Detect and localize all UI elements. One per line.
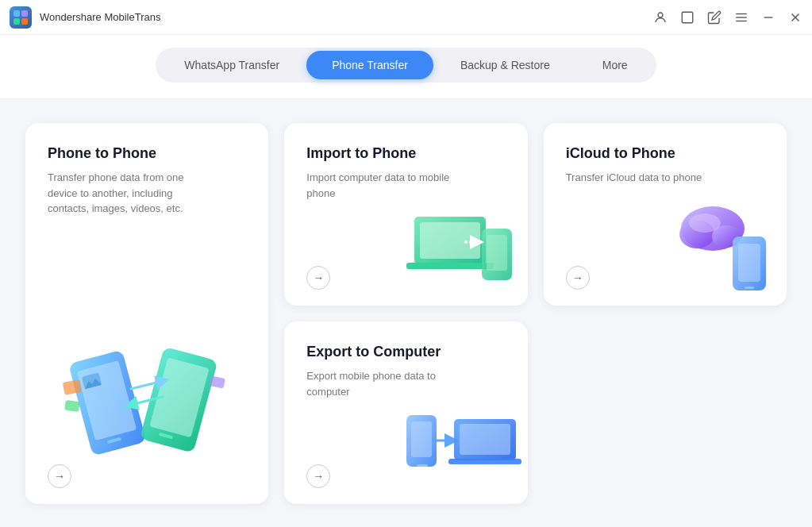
import-illustration — [402, 193, 521, 299]
user-icon[interactable] — [653, 10, 668, 25]
svg-rect-5 — [682, 12, 693, 23]
export-illustration — [402, 399, 521, 498]
card-icloud-to-phone[interactable]: iCloud to Phone Transfer iCloud data to … — [544, 123, 787, 306]
tab-whatsapp[interactable]: WhatsApp Transfer — [159, 51, 305, 79]
card-icloud-title: iCloud to Phone — [566, 145, 764, 162]
titlebar: Wondershare MobileTrans — [0, 0, 812, 35]
svg-rect-38 — [417, 464, 428, 467]
icloud-illustration — [669, 193, 780, 299]
svg-rect-37 — [411, 421, 432, 457]
tab-more[interactable]: More — [577, 51, 653, 79]
tab-backup[interactable]: Backup & Restore — [435, 51, 575, 79]
nav-bar: WhatsApp Transfer Phone Transfer Backup … — [0, 35, 812, 99]
card-phone-to-phone-title: Phone to Phone — [48, 145, 246, 162]
svg-marker-32 — [708, 259, 718, 266]
svg-rect-1 — [21, 10, 28, 17]
phone-to-phone-svg — [56, 314, 238, 460]
svg-rect-35 — [745, 287, 754, 289]
svg-point-4 — [658, 13, 663, 17]
card-phone-to-phone-desc: Transfer phone data from one device to a… — [48, 170, 190, 217]
svg-rect-27 — [487, 235, 507, 271]
svg-rect-34 — [738, 244, 760, 282]
tab-phone[interactable]: Phone Transfer — [306, 51, 433, 79]
minimize-icon[interactable] — [761, 10, 775, 25]
main-content: Phone to Phone Transfer phone data from … — [0, 99, 812, 527]
titlebar-controls — [653, 10, 802, 25]
svg-rect-0 — [13, 10, 20, 17]
edit-icon[interactable] — [707, 10, 722, 25]
close-icon[interactable] — [788, 10, 802, 25]
card-export-arrow[interactable]: → — [306, 464, 330, 488]
svg-rect-40 — [460, 424, 510, 455]
card-export-to-computer[interactable]: Export to Computer Export mobile phone d… — [284, 321, 527, 504]
svg-rect-25 — [406, 263, 494, 269]
app-title: Wondershare MobileTrans — [40, 11, 160, 23]
svg-rect-41 — [448, 459, 521, 464]
app-icon — [10, 6, 32, 29]
card-icloud-arrow[interactable]: → — [566, 266, 590, 290]
titlebar-left: Wondershare MobileTrans — [10, 6, 160, 29]
nav-tabs: WhatsApp Transfer Phone Transfer Backup … — [156, 48, 656, 83]
card-icloud-desc: Transfer iCloud data to phone — [566, 170, 709, 186]
svg-rect-21 — [64, 400, 80, 412]
card-phone-to-phone-arrow[interactable]: → — [48, 464, 71, 488]
card-import-to-phone[interactable]: Import to Phone Import computer data to … — [284, 123, 527, 306]
svg-rect-22 — [210, 375, 225, 388]
card-export-title: Export to Computer — [306, 344, 505, 360]
card-export-desc: Export mobile phone data to computer — [306, 368, 449, 399]
svg-rect-3 — [21, 18, 28, 25]
card-import-title: Import to Phone — [306, 145, 505, 162]
svg-rect-2 — [13, 18, 20, 25]
window-icon[interactable] — [680, 10, 695, 25]
svg-rect-24 — [420, 222, 480, 259]
card-import-arrow[interactable]: → — [306, 266, 330, 290]
menu-icon[interactable] — [734, 10, 749, 25]
card-phone-to-phone[interactable]: Phone to Phone Transfer phone data from … — [25, 123, 268, 504]
svg-point-31 — [689, 213, 721, 233]
